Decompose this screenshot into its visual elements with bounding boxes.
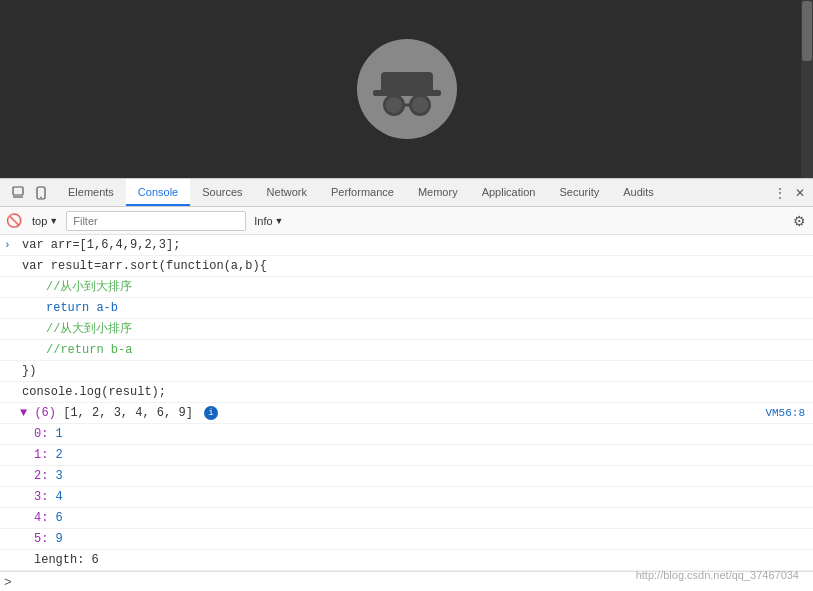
array-item-3: 3: 4 bbox=[0, 487, 813, 508]
line-prefix-chevron: › bbox=[4, 236, 18, 254]
array-length-line: length: 6 bbox=[0, 550, 813, 571]
code-text-4: return a-b bbox=[22, 299, 809, 317]
tab-sources[interactable]: Sources bbox=[190, 179, 254, 206]
tab-elements[interactable]: Elements bbox=[56, 179, 126, 206]
glasses-shape bbox=[383, 94, 431, 116]
array-item-2: 2: 3 bbox=[0, 466, 813, 487]
item-content-2: 2: 3 bbox=[34, 467, 809, 485]
info-badge: i bbox=[204, 406, 218, 420]
console-wrapper: › var arr=[1,6,4,9,2,3]; var result=arr.… bbox=[0, 235, 813, 591]
browser-top-area bbox=[0, 0, 813, 178]
code-line-6: //return b-a bbox=[0, 340, 813, 361]
code-text-5: //从大到小排序 bbox=[22, 320, 809, 338]
array-output-line: ▼ (6) [1, 2, 3, 4, 6, 9] i VM56:8 bbox=[0, 403, 813, 424]
tab-performance[interactable]: Performance bbox=[319, 179, 406, 206]
tab-application[interactable]: Application bbox=[470, 179, 548, 206]
browser-scrollbar[interactable] bbox=[801, 0, 813, 178]
code-text-8: console.log(result); bbox=[22, 383, 809, 401]
item-content-0: 0: 1 bbox=[34, 425, 809, 443]
more-options-icon[interactable]: ⋮ bbox=[771, 184, 789, 202]
lens-left bbox=[383, 94, 405, 116]
array-output-content: ▼ (6) [1, 2, 3, 4, 6, 9] i VM56:8 bbox=[20, 404, 809, 422]
console-input-line: > bbox=[0, 571, 813, 591]
array-item-4: 4: 6 bbox=[0, 508, 813, 529]
array-item-5: 5: 9 bbox=[0, 529, 813, 550]
devtools-panel: Elements Console Sources Network Perform… bbox=[0, 178, 813, 591]
tab-icon-group bbox=[4, 179, 56, 206]
console-toolbar: 🚫 top ▼ Info ▼ ⚙ bbox=[0, 207, 813, 235]
log-level-label: Info bbox=[254, 215, 272, 227]
array-item-1: 1: 2 bbox=[0, 445, 813, 466]
hat-shape bbox=[381, 72, 433, 92]
console-output: › var arr=[1,6,4,9,2,3]; var result=arr.… bbox=[0, 235, 813, 571]
tab-security[interactable]: Security bbox=[547, 179, 611, 206]
svg-point-3 bbox=[40, 196, 42, 198]
context-label: top bbox=[32, 215, 47, 227]
clear-console-icon[interactable]: 🚫 bbox=[4, 211, 24, 231]
vm-link[interactable]: VM56:8 bbox=[765, 404, 805, 422]
tab-bar: Elements Console Sources Network Perform… bbox=[0, 179, 813, 207]
lens-right bbox=[409, 94, 431, 116]
context-selector[interactable]: top ▼ bbox=[28, 213, 62, 229]
item-content-1: 1: 2 bbox=[34, 446, 809, 464]
code-text-1: var arr=[1,6,4,9,2,3]; bbox=[22, 236, 809, 254]
phone-icon[interactable] bbox=[32, 184, 50, 202]
tab-memory[interactable]: Memory bbox=[406, 179, 470, 206]
code-line-1: › var arr=[1,6,4,9,2,3]; bbox=[0, 235, 813, 256]
length-text: length: 6 bbox=[34, 551, 809, 569]
svg-rect-0 bbox=[13, 187, 23, 195]
item-content-4: 4: 6 bbox=[34, 509, 809, 527]
item-content-3: 3: 4 bbox=[34, 488, 809, 506]
tab-console[interactable]: Console bbox=[126, 179, 190, 206]
code-line-7: }) bbox=[0, 361, 813, 382]
code-text-6: //return b-a bbox=[22, 341, 809, 359]
console-prompt: > bbox=[4, 574, 12, 589]
code-text-2: var result=arr.sort(function(a,b){ bbox=[22, 257, 809, 275]
log-level-arrow: ▼ bbox=[275, 216, 284, 226]
code-line-4: return a-b bbox=[0, 298, 813, 319]
close-devtools-icon[interactable]: ✕ bbox=[791, 184, 809, 202]
array-values: [1, 2, 3, 4, 6, 9] bbox=[63, 406, 193, 420]
scrollbar-thumb[interactable] bbox=[802, 1, 812, 61]
code-text-7: }) bbox=[22, 362, 809, 380]
array-display-text: ▼ (6) bbox=[20, 406, 63, 420]
code-line-2: var result=arr.sort(function(a,b){ bbox=[0, 256, 813, 277]
code-line-5: //从大到小排序 bbox=[0, 319, 813, 340]
filter-input[interactable] bbox=[66, 211, 246, 231]
console-input[interactable] bbox=[16, 575, 809, 589]
context-dropdown-icon: ▼ bbox=[49, 216, 58, 226]
tab-audits[interactable]: Audits bbox=[611, 179, 666, 206]
code-text-3: //从小到大排序 bbox=[22, 278, 809, 296]
console-settings-icon[interactable]: ⚙ bbox=[789, 211, 809, 231]
inspect-icon[interactable] bbox=[10, 184, 28, 202]
code-line-8: console.log(result); bbox=[0, 382, 813, 403]
array-item-0: 0: 1 bbox=[0, 424, 813, 445]
log-level-selector[interactable]: Info ▼ bbox=[250, 213, 287, 229]
tab-network[interactable]: Network bbox=[255, 179, 319, 206]
code-line-3: //从小到大排序 bbox=[0, 277, 813, 298]
item-content-5: 5: 9 bbox=[34, 530, 809, 548]
tab-right-actions: ⋮ ✕ bbox=[771, 179, 813, 206]
incognito-icon bbox=[357, 39, 457, 139]
